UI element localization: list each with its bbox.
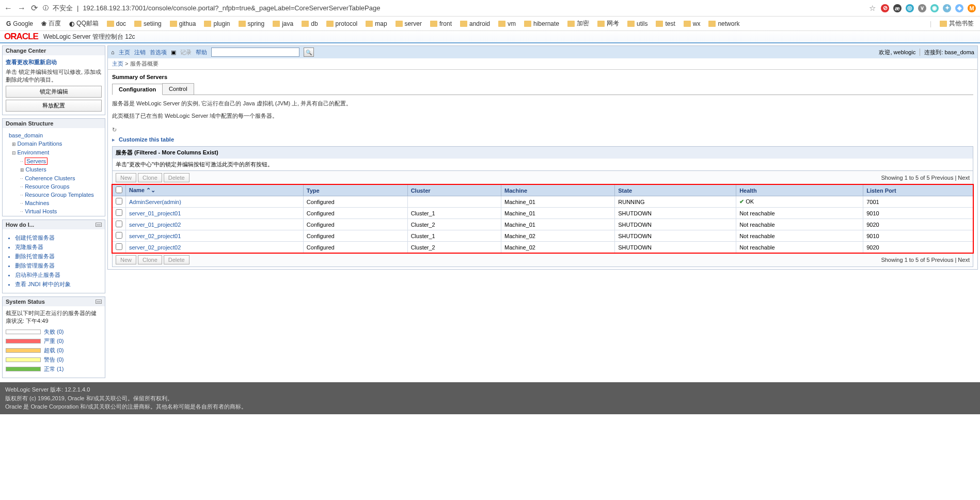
bookmark-item[interactable]: githua: [170, 20, 196, 27]
lock-edit-button[interactable]: 锁定并编辑: [6, 86, 102, 98]
howdoi-item[interactable]: 创建托管服务器: [15, 234, 102, 242]
server-name-link[interactable]: server_02_project01: [129, 233, 181, 239]
extension-icon[interactable]: ⊘: [881, 4, 889, 12]
column-header[interactable]: Health: [736, 185, 863, 196]
collapse-icon[interactable]: ▸: [112, 136, 115, 143]
record-link[interactable]: 记录: [180, 49, 192, 56]
info-icon[interactable]: ⓘ: [43, 4, 49, 12]
bookmark-item[interactable]: utils: [627, 20, 647, 27]
bookmark-item[interactable]: java: [273, 20, 293, 27]
bookmark-item[interactable]: ◐QQ邮箱: [69, 19, 99, 28]
status-label[interactable]: 失败 (0): [44, 328, 64, 336]
server-name-link[interactable]: AdminServer(admin): [129, 199, 181, 205]
extension-icon[interactable]: æ: [893, 4, 902, 12]
bookmark-item[interactable]: ❀百度: [41, 19, 61, 28]
tree-item[interactable]: Virtual Targets: [6, 215, 102, 216]
status-label[interactable]: 正常 (1): [44, 365, 64, 373]
tab-configuration[interactable]: Configuration: [112, 84, 163, 95]
delete-button[interactable]: Delete: [164, 173, 189, 182]
extension-icon[interactable]: ✦: [943, 4, 951, 12]
row-checkbox[interactable]: [116, 209, 122, 216]
row-checkbox[interactable]: [116, 243, 122, 250]
status-label[interactable]: 警告 (0): [44, 356, 64, 364]
bookmark-item[interactable]: test: [656, 20, 675, 27]
bookmark-item[interactable]: plugin: [204, 20, 230, 27]
column-header[interactable]: Machine: [501, 185, 615, 196]
bookmark-item[interactable]: hibernate: [524, 20, 559, 27]
howdoi-item[interactable]: 查看 JNDI 树中的对象: [15, 280, 102, 288]
home-link[interactable]: 主页: [119, 49, 130, 56]
extension-icon[interactable]: ∨: [918, 4, 926, 12]
search-input[interactable]: [211, 48, 299, 57]
howdoi-item[interactable]: 删除托管服务器: [15, 253, 102, 260]
tree-item[interactable]: Coherence Clusters: [6, 174, 102, 182]
new-button[interactable]: New: [116, 173, 136, 182]
customize-table-link[interactable]: Customize this table: [119, 136, 174, 143]
howdoi-item[interactable]: 克隆服务器: [15, 243, 102, 251]
row-checkbox[interactable]: [116, 198, 122, 205]
column-header[interactable]: Type: [303, 185, 407, 196]
tab-control[interactable]: Control: [162, 83, 194, 95]
refresh-icon[interactable]: ↻: [112, 127, 973, 133]
howdoi-item[interactable]: 删除管理服务器: [15, 262, 102, 270]
row-checkbox[interactable]: [116, 221, 122, 227]
bookmark-item[interactable]: protocol: [326, 20, 358, 27]
reload-icon[interactable]: ⟳: [31, 3, 38, 13]
tree-item[interactable]: Resource Groups: [6, 182, 102, 191]
bookmark-item[interactable]: map: [366, 20, 387, 27]
search-button[interactable]: 🔍: [304, 48, 314, 57]
bookmark-item[interactable]: spring: [239, 20, 265, 27]
bookmark-item[interactable]: front: [430, 20, 452, 27]
clone-button[interactable]: Clone: [138, 173, 162, 182]
column-header[interactable]: State: [615, 185, 736, 196]
tree-item[interactable]: Virtual Hosts: [6, 207, 102, 215]
new-button[interactable]: New: [116, 255, 136, 264]
view-changes-link[interactable]: 查看更改和重新启动: [6, 58, 102, 66]
home-icon[interactable]: ⌂: [111, 49, 115, 55]
other-bookmarks[interactable]: 其他书签: [940, 19, 974, 28]
release-config-button[interactable]: 释放配置: [6, 100, 102, 112]
server-name-link[interactable]: server_01_project01: [129, 210, 181, 216]
bookmark-item[interactable]: 加密: [567, 19, 589, 28]
extension-icon[interactable]: ◉: [930, 4, 939, 12]
minimize-icon[interactable]: —: [96, 223, 102, 227]
server-name-link[interactable]: server_02_project02: [129, 244, 181, 251]
bookmark-item[interactable]: db: [302, 20, 318, 27]
row-checkbox[interactable]: [116, 232, 122, 239]
bookmark-item[interactable]: 网考: [597, 19, 619, 28]
logout-link[interactable]: 注销: [134, 49, 146, 56]
bookmark-item[interactable]: vm: [498, 20, 516, 27]
help-link[interactable]: 帮助: [196, 49, 207, 56]
bookmark-item[interactable]: android: [460, 20, 490, 27]
tree-item[interactable]: Clusters: [6, 165, 102, 174]
server-name-link[interactable]: server_01_project02: [129, 222, 181, 228]
preferences-link[interactable]: 首选项: [150, 49, 167, 56]
tree-item[interactable]: Resource Group Templates: [6, 191, 102, 199]
extension-icon[interactable]: ◆: [955, 4, 963, 12]
bookmark-item[interactable]: GGoogle: [6, 20, 33, 27]
bookmark-item[interactable]: server: [396, 20, 422, 27]
tree-environment[interactable]: Environment: [6, 148, 102, 157]
column-header[interactable]: Name ⌃⌄: [126, 185, 304, 196]
delete-button[interactable]: Delete: [164, 255, 189, 264]
minimize-icon[interactable]: —: [96, 300, 102, 304]
tree-item[interactable]: Servers: [6, 157, 102, 165]
tree-partitions[interactable]: Domain Partitions: [6, 139, 102, 148]
tree-root[interactable]: base_domain: [6, 131, 102, 139]
status-label[interactable]: 超载 (0): [44, 347, 64, 354]
column-header[interactable]: Listen Port: [863, 185, 973, 196]
bookmark-item[interactable]: setiing: [134, 20, 162, 27]
clone-button[interactable]: Clone: [138, 255, 162, 264]
bookmark-item[interactable]: doc: [107, 20, 126, 27]
extension-icon[interactable]: M: [968, 4, 976, 12]
forward-icon[interactable]: →: [18, 4, 26, 13]
status-label[interactable]: 严重 (0): [44, 337, 64, 345]
extension-icon[interactable]: ◎: [906, 4, 914, 12]
bookmark-item[interactable]: wx: [684, 20, 701, 27]
bookmark-item[interactable]: network: [708, 20, 739, 27]
breadcrumb-home[interactable]: 主页: [112, 60, 123, 67]
select-all-checkbox[interactable]: [116, 186, 122, 193]
back-icon[interactable]: ←: [4, 4, 12, 13]
column-header[interactable]: Cluster: [407, 185, 501, 196]
bookmark-star-icon[interactable]: ☆: [869, 4, 876, 13]
